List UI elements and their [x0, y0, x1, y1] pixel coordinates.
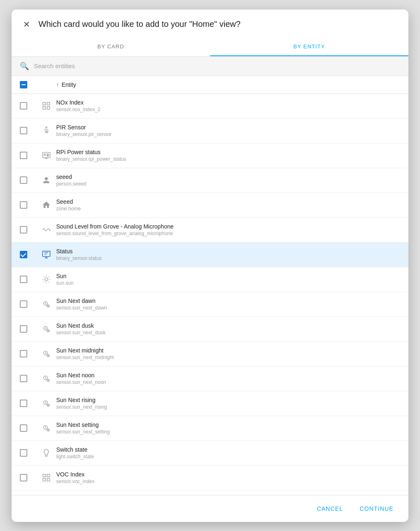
- entity-name: seeed: [56, 174, 400, 180]
- dialog: ✕ Which card would you like to add to yo…: [12, 10, 408, 522]
- list-header: ↑ Entity: [12, 76, 408, 94]
- item-checkbox[interactable]: [20, 350, 27, 357]
- item-checkbox[interactable]: [20, 102, 27, 110]
- list-item[interactable]: RPi Power statusbinary_sensor.rpi_power_…: [12, 143, 408, 168]
- entity-id: sensor.sun_next_dawn: [56, 305, 400, 311]
- item-checkbox[interactable]: [20, 226, 27, 233]
- list-item[interactable]: NOx Indexsensor.nox_index_2: [12, 94, 408, 119]
- cancel-button[interactable]: CANCEL: [310, 502, 350, 515]
- entity-icon: [36, 399, 56, 408]
- list-item[interactable]: VOC Indexsensor.voc_index: [12, 466, 408, 491]
- item-checkbox[interactable]: [20, 424, 27, 432]
- item-checkbox[interactable]: [20, 474, 27, 481]
- entity-icon: [36, 250, 56, 259]
- entity-icon: [36, 275, 56, 284]
- entity-icon: [36, 374, 56, 383]
- entity-name: Seeed: [56, 198, 400, 205]
- close-button[interactable]: ✕: [21, 18, 32, 31]
- sort-icon: ↑: [56, 81, 59, 88]
- entity-name: Sun Next setting: [56, 421, 400, 428]
- entity-icon: [36, 126, 56, 135]
- entity-icon: [36, 349, 56, 358]
- svg-rect-6: [43, 251, 50, 257]
- item-checkbox[interactable]: [20, 325, 27, 333]
- entity-icon: [36, 200, 56, 210]
- item-checkbox[interactable]: [20, 400, 27, 407]
- entity-id: sensor.sun_next_rising: [56, 404, 400, 410]
- list-item[interactable]: Sun Next midnightsensor.sun_next_midnigh…: [12, 342, 408, 367]
- entity-column-header: Entity: [62, 81, 76, 88]
- entity-id: sensor.sun_next_dusk: [56, 330, 400, 336]
- entity-id: sensor.sun_next_noon: [56, 379, 400, 385]
- item-checkbox[interactable]: [20, 300, 27, 308]
- list-item[interactable]: Sunsun.sun: [12, 267, 408, 292]
- list-item[interactable]: seeedperson.seeed: [12, 168, 408, 193]
- dialog-footer: CANCEL CONTINUE: [12, 495, 408, 522]
- entity-id: zone.home: [56, 206, 400, 212]
- svg-rect-2: [43, 107, 45, 109]
- entity-name: Sound Level from Grove - Analog Micropho…: [56, 223, 400, 230]
- tab-by-entity[interactable]: BY ENTITY: [210, 38, 408, 56]
- item-checkbox[interactable]: [20, 201, 27, 209]
- entity-list: NOx Indexsensor.nox_index_2PIR Sensorbin…: [12, 94, 408, 495]
- svg-rect-1: [47, 102, 50, 105]
- entity-name: Sun Next noon: [56, 372, 400, 379]
- entity-name: Status: [56, 248, 400, 255]
- list-item[interactable]: Seeedzone.home: [12, 193, 408, 218]
- entity-name: Sun Next rising: [56, 397, 400, 403]
- item-checkbox[interactable]: [20, 152, 27, 159]
- dialog-header: ✕ Which card would you like to add to yo…: [12, 10, 408, 38]
- tabs-container: BY CARD BY ENTITY: [12, 38, 408, 57]
- item-checkbox[interactable]: [20, 127, 27, 134]
- select-all-checkbox[interactable]: [20, 81, 27, 88]
- entity-icon: [36, 473, 56, 482]
- tab-by-card[interactable]: BY CARD: [12, 38, 210, 56]
- svg-rect-15: [47, 474, 50, 477]
- list-item[interactable]: Sun Next dusksensor.sun_next_dusk: [12, 317, 408, 342]
- entity-id: binary_sensor.status: [56, 255, 400, 261]
- close-icon: ✕: [23, 19, 30, 29]
- item-checkbox[interactable]: [20, 276, 27, 283]
- entity-name: VOC Index: [56, 471, 400, 478]
- entity-icon: [36, 324, 56, 333]
- continue-button[interactable]: CONTINUE: [353, 502, 400, 515]
- svg-rect-16: [43, 479, 45, 481]
- entity-name: NOx Index: [56, 99, 400, 106]
- search-input[interactable]: [34, 62, 400, 69]
- list-item[interactable]: Sun Next settingsensor.sun_next_setting: [12, 416, 408, 441]
- entity-id: binary_sensor.rpi_power_status: [56, 156, 400, 162]
- list-item[interactable]: PIR Sensorbinary_sensor.pir_sensor: [12, 119, 408, 143]
- entity-id: person.seeed: [56, 181, 400, 187]
- entity-id: sensor.sound_level_from_grove_analog_mic…: [56, 231, 400, 236]
- entity-name: Switch state: [56, 446, 400, 453]
- entity-icon: [36, 225, 56, 234]
- svg-point-7: [45, 278, 48, 281]
- item-checkbox[interactable]: [20, 375, 27, 382]
- entity-icon: [36, 176, 56, 185]
- list-item[interactable]: Statusbinary_sensor.status: [12, 243, 408, 267]
- search-icon: 🔍: [20, 62, 29, 71]
- item-checkbox[interactable]: [20, 251, 27, 258]
- entity-id: sensor.voc_index: [56, 479, 400, 484]
- list-item[interactable]: Sun Next risingsensor.sun_next_rising: [12, 391, 408, 416]
- svg-rect-5: [43, 152, 50, 158]
- list-item[interactable]: Sound Level from Grove - Analog Micropho…: [12, 218, 408, 243]
- entity-name: Sun: [56, 273, 400, 279]
- list-item[interactable]: Sun Next dawnsensor.sun_next_dawn: [12, 292, 408, 317]
- item-checkbox[interactable]: [20, 176, 27, 184]
- entity-id: sensor.sun_next_midnight: [56, 355, 400, 360]
- item-checkbox[interactable]: [20, 449, 27, 457]
- svg-rect-0: [43, 102, 45, 105]
- list-item[interactable]: Sun Next noonsensor.sun_next_noon: [12, 367, 408, 391]
- entity-icon: [36, 151, 56, 160]
- list-item[interactable]: Switch statelight.switch_state: [12, 441, 408, 466]
- entity-name: Sun Next dusk: [56, 322, 400, 329]
- list-item[interactable]: VOC Indexsensor.voc_index_2: [12, 491, 408, 495]
- entity-icon: [36, 448, 56, 457]
- svg-rect-3: [47, 107, 50, 109]
- entity-id: sensor.sun_next_setting: [56, 429, 400, 435]
- svg-rect-17: [47, 479, 50, 481]
- entity-icon: [36, 300, 56, 309]
- entity-name: Sun Next midnight: [56, 347, 400, 354]
- dialog-title: Which card would you like to add to your…: [38, 19, 241, 29]
